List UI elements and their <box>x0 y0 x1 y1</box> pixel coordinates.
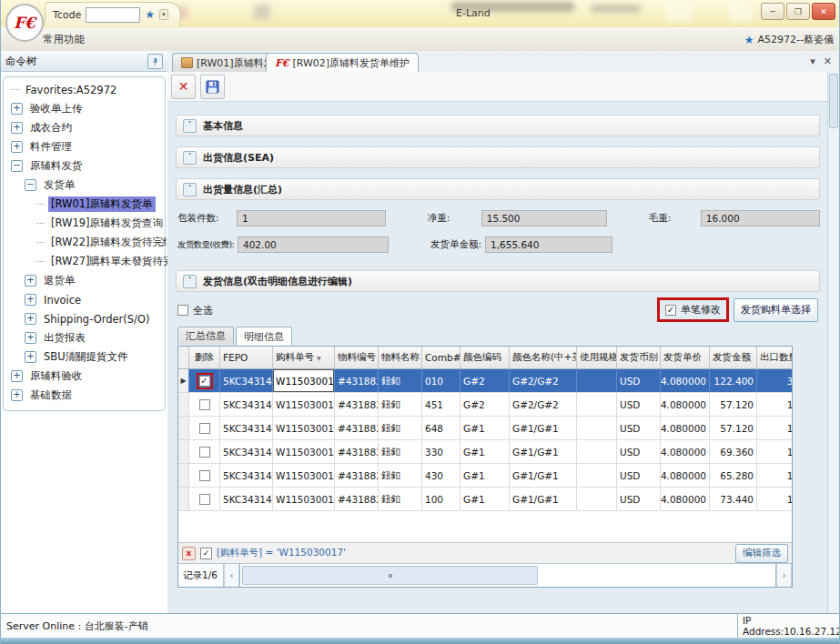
gross-weight-field[interactable]: 16.000 <box>701 210 820 226</box>
table-cell[interactable]: 122.400 <box>710 369 757 392</box>
chevron-up-icon[interactable]: ˄ <box>183 183 197 196</box>
column-header[interactable]: 购料单号▼ <box>273 347 335 368</box>
table-cell[interactable]: USD <box>617 464 661 487</box>
table-cell[interactable]: G#2/G#2 <box>510 393 577 416</box>
scroll-left-icon[interactable]: ‹ <box>224 564 239 587</box>
menu-common-functions[interactable]: 常用功能 <box>43 33 85 46</box>
table-cell[interactable] <box>577 464 617 487</box>
expand-icon[interactable]: + <box>25 332 36 344</box>
table-cell[interactable]: G#1 <box>460 440 510 463</box>
table-cell[interactable]: 430 <box>422 464 460 487</box>
po-select-button[interactable]: 发货购料单选择 <box>734 298 818 322</box>
expand-icon[interactable]: + <box>25 294 36 306</box>
minimize-button[interactable]: ─ <box>761 3 784 20</box>
table-cell[interactable]: 30 <box>757 369 792 392</box>
table-cell[interactable]: 鈕釦 <box>379 369 422 392</box>
column-header[interactable]: Comb# <box>422 347 460 368</box>
delete-button[interactable]: ✕ <box>171 75 196 99</box>
table-row[interactable]: 5KC34314A02W115030017#431882鈕釦330G#1G#1/… <box>178 440 792 464</box>
delete-checkbox[interactable] <box>199 447 210 458</box>
ship-amount-field[interactable]: 1,655.640 <box>485 236 612 253</box>
table-cell[interactable]: G#1/G#1 <box>510 440 577 463</box>
table-cell[interactable]: 5KC34314A02 <box>220 488 273 510</box>
table-cell[interactable]: USD <box>617 488 661 510</box>
expand-icon[interactable]: + <box>25 275 36 287</box>
sidebar-item[interactable]: +SBU清關提貨文件 <box>4 347 165 367</box>
sidebar-item[interactable]: [RW22]原辅料发货待完结 <box>4 233 165 252</box>
sidebar-item[interactable]: [RW01]原辅料发货单 <box>4 195 165 214</box>
table-cell[interactable]: 4.080000 <box>661 464 710 487</box>
table-cell[interactable]: #431882 <box>335 393 379 416</box>
column-header[interactable]: 物料名称 <box>379 347 422 368</box>
table-cell[interactable]: 鈕釦 <box>379 440 422 463</box>
table-cell[interactable]: 18 <box>757 488 792 510</box>
table-cell[interactable]: #431882 <box>335 417 379 439</box>
sidebar-item[interactable]: [RW27]購料單未發貨待完结 <box>4 252 165 271</box>
table-cell[interactable]: G#1 <box>460 488 510 510</box>
table-cell[interactable]: #431882 <box>335 488 379 510</box>
table-cell[interactable]: G#2/G#2 <box>510 369 577 392</box>
favorite-star-icon[interactable]: ★ <box>145 9 155 20</box>
table-cell[interactable]: #431882 <box>335 440 379 463</box>
sidebar-item[interactable]: +料件管理 <box>4 137 165 156</box>
sidebar-item[interactable]: Favorites:A52972 <box>4 80 165 99</box>
table-cell[interactable]: G#1/G#1 <box>510 464 577 487</box>
column-header[interactable]: 发货币别 <box>617 347 661 368</box>
collapse-icon[interactable]: − <box>11 160 23 172</box>
edit-filter-button[interactable]: 编辑筛选 <box>735 544 788 563</box>
expand-icon[interactable]: + <box>11 389 23 401</box>
table-cell[interactable]: 4.080000 <box>661 488 710 510</box>
table-row[interactable]: ▶✓5KC34314A02W115030017#431882鈕釦010G#2G#… <box>178 369 792 393</box>
expand-icon[interactable]: + <box>25 351 36 363</box>
sidebar-item[interactable]: +Invoice <box>4 290 165 309</box>
table-cell[interactable]: 69.360 <box>710 440 757 463</box>
expand-icon[interactable]: + <box>25 313 36 325</box>
expand-icon[interactable]: + <box>11 122 23 134</box>
sort-filter-icon[interactable]: ▼ <box>317 355 321 361</box>
column-header[interactable]: 发货单价 <box>661 347 710 368</box>
tab-close-icon[interactable]: ✕ <box>824 55 832 67</box>
chevron-down-icon[interactable]: ˅ <box>183 151 197 165</box>
delete-checkbox[interactable] <box>199 494 210 505</box>
sidebar-item[interactable]: +出货报表 <box>4 328 165 347</box>
expand-icon[interactable]: + <box>11 370 23 382</box>
table-cell[interactable]: 648 <box>422 417 460 439</box>
table-cell[interactable]: 100 <box>422 488 460 510</box>
table-cell[interactable]: 4.080000 <box>661 417 710 439</box>
sidebar-item[interactable]: +原辅料验收 <box>4 367 165 386</box>
filter-checkbox[interactable]: ✓ <box>200 548 212 559</box>
table-cell[interactable]: 57.120 <box>710 417 757 439</box>
table-cell[interactable]: G#1/G#1 <box>510 488 577 510</box>
restore-button[interactable]: ❐ <box>786 3 810 20</box>
table-cell[interactable]: W115030017 <box>273 369 335 392</box>
table-cell[interactable]: 5KC34314A02 <box>220 440 273 463</box>
expand-icon[interactable]: + <box>11 141 23 153</box>
table-cell[interactable]: 4.080000 <box>661 369 710 392</box>
table-row[interactable]: 5KC34314A02W115030017#431882鈕釦451G#2G#2/… <box>178 393 792 417</box>
table-row[interactable]: 5KC34314A02W115030017#431882鈕釦648G#1G#1/… <box>178 417 792 440</box>
sidebar-item[interactable]: +成衣合约 <box>4 118 165 137</box>
pin-icon[interactable] <box>147 54 163 69</box>
table-cell[interactable]: USD <box>617 393 661 416</box>
sidebar-item[interactable]: +验收单上传 <box>4 99 165 118</box>
delete-checkbox[interactable] <box>199 470 210 481</box>
table-cell[interactable]: 451 <box>422 393 460 416</box>
table-cell[interactable]: 14 <box>757 417 792 439</box>
table-cell[interactable]: 57.120 <box>710 393 757 416</box>
table-cell[interactable]: 330 <box>422 440 460 463</box>
filter-remove-icon[interactable]: x <box>182 547 196 560</box>
section-delivery[interactable]: ˄ 发货信息(双击明细信息进行编辑) <box>176 270 820 292</box>
table-row[interactable]: 5KC34314A02W115030017#431882鈕釦100G#1G#1/… <box>178 488 792 511</box>
delete-checkbox[interactable] <box>199 399 210 410</box>
delete-checkbox[interactable] <box>199 423 210 434</box>
table-cell[interactable]: 鈕釦 <box>379 393 422 416</box>
tcode-input[interactable] <box>86 7 141 23</box>
section-basic[interactable]: ˅ 基本信息 <box>176 115 820 136</box>
table-cell[interactable]: 5KC34314A02 <box>220 464 273 487</box>
section-shipping[interactable]: ˅ 出货信息(SEA) <box>176 146 820 168</box>
table-cell[interactable] <box>577 393 617 416</box>
delete-checkbox[interactable]: ✓ <box>199 376 210 387</box>
main-vertical-scrollbar[interactable] <box>827 72 839 614</box>
column-header[interactable]: 出口数量 <box>757 347 792 368</box>
table-cell[interactable]: G#2 <box>460 369 510 392</box>
